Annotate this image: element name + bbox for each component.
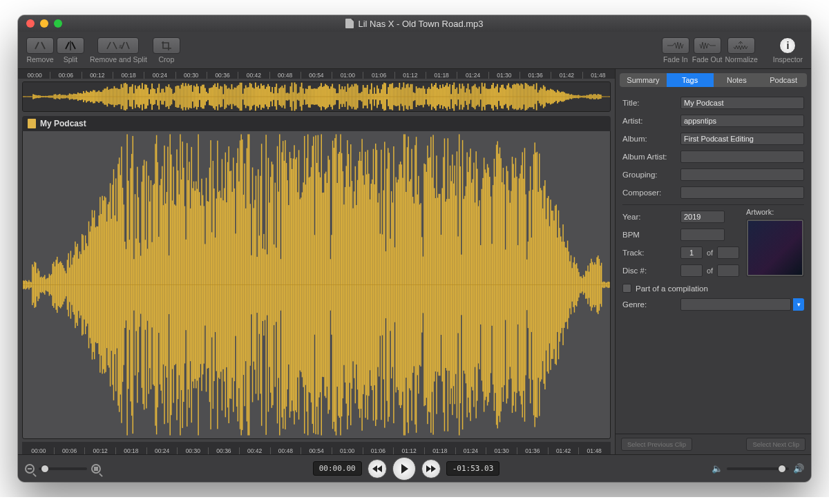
zoom-controls [25,464,101,474]
genre-field[interactable] [680,298,791,311]
overview-waveform[interactable] [22,81,611,112]
clip-header[interactable]: My Podcast [22,116,611,131]
select-next-clip-button[interactable]: Select Next Clip [746,438,806,451]
compilation-checkbox[interactable]: Part of a compilation [622,284,804,293]
play-icon [401,464,408,474]
volume-slider[interactable] [727,467,789,470]
year-field[interactable] [680,211,725,223]
forward-button[interactable] [421,459,441,478]
volume-controls: 🔈 🔊 [712,463,804,474]
inspector-body: Title: Artist: Album: Album Artist: Grou… [616,91,811,434]
remove-button[interactable]: Remove [26,37,54,64]
remove-and-split-button[interactable]: & Remove and Split [90,37,147,64]
select-previous-clip-button[interactable]: Select Previous Clip [621,438,692,451]
clip-icon [28,119,36,128]
inspector-tabs: Summary Tags Notes Podcast [620,73,807,87]
track-total-field[interactable] [717,246,739,259]
zoom-in-icon[interactable] [91,464,101,474]
artist-field[interactable] [680,115,804,127]
tab-tags[interactable]: Tags [667,73,714,87]
toolbar: Remove Split & Remove and Split Crop Fad… [18,32,811,69]
album-field[interactable] [680,133,804,145]
split-button[interactable]: Split [57,37,84,64]
play-button[interactable] [392,457,416,481]
window-title-text: Lil Nas X - Old Town Road.mp3 [358,19,483,29]
inspector-panel: Summary Tags Notes Podcast Title: Artist… [615,69,811,454]
disc-total-field[interactable] [717,264,739,277]
timeline-ruler-bottom[interactable]: 00:0000:0600:1200:1800:2400:3000:3600:42… [22,442,611,454]
bpm-field[interactable] [680,229,725,241]
crop-button[interactable]: Crop [153,37,180,64]
titlebar: Lil Nas X - Old Town Road.mp3 [18,15,811,32]
tab-podcast[interactable]: Podcast [760,73,807,87]
rewind-button[interactable] [368,459,387,478]
fade-out-button[interactable]: Fade Out [692,37,723,64]
fade-in-button[interactable]: Fade In [662,37,689,64]
album-artist-field[interactable] [680,151,804,163]
document-icon [345,19,354,28]
title-field[interactable] [680,97,804,109]
app-window: Lil Nas X - Old Town Road.mp3 Remove Spl… [18,15,811,482]
normalize-button[interactable]: Normalize [725,37,758,64]
checkbox-icon [622,284,631,293]
main-waveform[interactable] [22,131,611,439]
inspector-footer: Select Previous Clip Select Next Clip [616,434,811,454]
time-remaining-display: -01:53.03 [446,461,500,476]
composer-field[interactable] [680,186,804,199]
timeline-ruler-top[interactable]: 00:0000:0600:1200:1800:2400:3000:3600:42… [18,69,615,79]
inspector-button[interactable]: i Inspector [773,37,803,64]
zoom-slider[interactable] [39,467,87,470]
content-area: 00:0000:0600:1200:1800:2400:3000:3600:42… [18,69,811,454]
clip-name: My Podcast [40,119,86,128]
zoom-out-icon[interactable] [25,464,35,474]
time-position-display: 00:00.00 [313,461,362,476]
volume-high-icon: 🔊 [793,463,804,474]
window-title: Lil Nas X - Old Town Road.mp3 [18,19,811,29]
genre-dropdown-button[interactable]: ▾ [793,298,804,311]
tab-notes[interactable]: Notes [714,73,761,87]
artwork-well[interactable] [746,219,804,277]
editor-pane: 00:0000:0600:1200:1800:2400:3000:3600:42… [18,69,615,454]
transport-bar: 00:00.00 -01:53.03 🔈 🔊 [18,454,811,482]
grouping-field[interactable] [680,168,804,181]
volume-low-icon: 🔈 [712,463,723,474]
artwork-label: Artwork: [746,208,804,216]
disc-number-field[interactable] [680,264,703,277]
track-number-field[interactable] [680,246,703,259]
tab-summary[interactable]: Summary [620,73,667,87]
